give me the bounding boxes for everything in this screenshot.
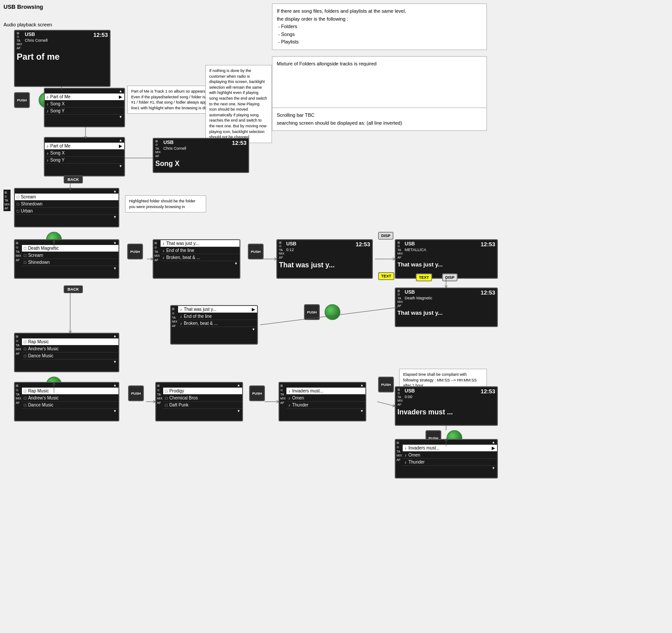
push-button-6[interactable]: PUSH xyxy=(249,385,265,401)
screen-prodigy: ⊞⊙TAMIXAF ▲ □ Prodigy □ Chemical Bros □ … xyxy=(155,382,243,421)
big-title-1: Part of me xyxy=(15,51,110,64)
screen-header-metallica: ⊞ ⊙ TA MIX AF USB 12:53 METALLICA xyxy=(396,240,497,260)
left-icons-folders: ⊞⊙TAMIXAF xyxy=(4,190,11,211)
screen-list-2: ▲ ♪ Part of Me ▶ ♪ Song X ♪ Song Y ▼ xyxy=(44,137,125,176)
list-item-urban: □ Urban xyxy=(15,208,118,215)
list-item-chemical-bros: □ Chemical Bros xyxy=(163,395,242,402)
info-text-1: If there are song files, folders and pla… xyxy=(277,8,406,44)
list-item-song-x-2: ♪ Song X xyxy=(45,150,124,157)
push-button-7[interactable]: PUSH xyxy=(378,377,394,392)
folder-icon-scream-2: □ xyxy=(24,253,26,258)
list-item-song-x-1: ♪ Song X xyxy=(45,101,124,108)
screen-header-1: ⊞ ⊙ TA MIX AF USB 12:53 Chris Cornell xyxy=(15,31,110,51)
list-item-broken-1: ♪ Broken, beat & ... xyxy=(161,254,239,261)
screen-list-1: ▲ ♪ Part of Me ▶ ♪ Song X ♪ Song Y ▼ xyxy=(44,88,125,127)
list-item-dance-1: □ Dance Music xyxy=(22,352,118,360)
list-item-part-of-me-1: ♪ Part of Me ▶ xyxy=(45,94,124,101)
left-icons-songx: ⊞ ⊙ TA MIX AF xyxy=(155,140,161,158)
artist-songx: Chris Cornell xyxy=(163,146,247,151)
title-invaders-play: Invaders must ... xyxy=(396,407,497,418)
screen-header-thatwas-play: ⊞ ⊙ TA MIX AF USB 12:53 0:12 xyxy=(277,240,372,260)
folder-icon-scream: □ xyxy=(17,195,19,199)
screen-song-x: ⊞ ⊙ TA MIX AF USB 12:53 Chris Cornell So… xyxy=(153,138,249,173)
source-label-1: USB xyxy=(25,32,35,38)
list-item-omen-1: ♪ Omen xyxy=(286,395,365,402)
disp-button-1[interactable]: DISP xyxy=(378,232,393,240)
time-label-1: 12:53 xyxy=(93,32,108,38)
page-title: USB Browsing xyxy=(4,4,43,10)
folder-icon-shinedown-2: □ xyxy=(24,260,26,265)
screen-invaders-play: ⊞ ⊙ TA MIX AF USB 12:53 0:00 Invaders mu… xyxy=(395,386,498,426)
list-item-invaders-2: ♪ Invaders must... ▶ xyxy=(403,445,497,452)
list-item-song-y-2: ♪ Song Y xyxy=(45,157,124,164)
push-button-2[interactable]: PUSH xyxy=(127,244,143,259)
list-item-andrews-1: □ Andrew's Music xyxy=(22,345,118,352)
disp-button-2[interactable]: DISP xyxy=(442,273,458,281)
screen-thatwas-play: ⊞ ⊙ TA MIX AF USB 12:53 0:12 That was ju… xyxy=(276,239,373,279)
callout-elapsed-text: Elapsed time shall be compliant with fol… xyxy=(403,372,477,388)
list-item-invaders-1: ♪ Invaders must... xyxy=(286,388,365,395)
screen-thatwas-list-2: ⊞⊙TAMIXAF ♪ That was just y... ▶ ♪ End o… xyxy=(170,305,258,345)
push-button-3[interactable]: PUSH xyxy=(248,244,264,259)
note-icon-2: ♪ xyxy=(46,102,49,106)
note-icon-4: ♪ xyxy=(46,144,49,148)
screen-rap-2: ⊞⊙TAMIXAF ▲ □ Rap Music □ Andrew's Music… xyxy=(14,382,119,421)
screen-invaders-2: ⊞⊙TAMIXAF ▲ ♪ Invaders must... ▶ ♪ Omen … xyxy=(395,439,498,478)
push-button-4[interactable]: PUSH xyxy=(304,304,320,320)
push-button-1[interactable]: PUSH xyxy=(14,92,30,108)
folder-icon-shinedown-1: □ xyxy=(17,202,19,206)
push-button-5[interactable]: PUSH xyxy=(128,385,144,401)
callout-text-2: If nothing is done by the customer when … xyxy=(209,68,267,139)
left-icons-deathmag: ⊞ ⊙ TA MIX AF xyxy=(397,289,403,308)
info-box-display-order: If there are song files, folders and pla… xyxy=(272,4,487,50)
list-item-rap-2: □ Rap Music xyxy=(22,388,118,395)
list-item-dance-2: □ Dance Music xyxy=(22,402,118,409)
list-item-thunder-2: ♪ Thunder xyxy=(403,459,497,466)
list-item-thunder-1: ♪ Thunder xyxy=(286,402,365,409)
list-item-daft-punk: □ Daft Punk xyxy=(163,402,242,409)
title-metallica: That was just y... xyxy=(396,260,497,270)
scrolling-text: Scrolling bar TBCsearching screen should… xyxy=(277,112,402,126)
note-icon-thatwas-1: ♪ xyxy=(162,241,164,246)
screen-usb-main: ⊞ ⊙ TA MIX AF USB 12:53 Chris Cornell Pa… xyxy=(14,30,111,87)
time-songx: 12:53 xyxy=(232,140,247,146)
screen-thatwas-list-1: ⊞⊙TAMIXAF ♪ That was just y... ♪ End of … xyxy=(153,239,240,279)
list-item-thatwas-1: ♪ That was just y... xyxy=(161,240,239,247)
screen-folders-1: ▲ □ Scream □ Shinedown □ Urban ▼ xyxy=(14,188,119,227)
callout-text-3: Highlighted folder should be the folder … xyxy=(129,199,196,209)
title-thatwas-play: That was just y... xyxy=(277,260,372,271)
knob-3[interactable] xyxy=(325,304,340,320)
back-button-2[interactable]: BACK xyxy=(64,285,83,293)
list-item-death-magnetic: □ Death Magnetic xyxy=(22,245,118,252)
screen-death-magnetic: ⊞⊙TAMIXAF ▲ □ Death Magnetic □ Scream □ … xyxy=(14,239,119,279)
left-icons-invaders-play: ⊞ ⊙ TA MIX AF xyxy=(397,388,403,406)
list-item-thatwas-2: ♪ That was just y... ▶ xyxy=(178,306,257,313)
screen-invaders-1: ⊞⊙TAMIXAF ▲ ♪ Invaders must... ♪ Omen ♪ … xyxy=(279,382,366,421)
list-item-eol-2: ♪ End of the line xyxy=(178,313,257,320)
page-subtitle: Audio playback screen xyxy=(4,22,52,27)
list-item-shinedown-1: □ Shinedown xyxy=(15,201,118,208)
list-item-prodigy: □ Prodigy xyxy=(163,388,242,395)
left-icons-1: ⊞ ⊙ TA MIX AF xyxy=(17,32,22,50)
mixture-text: Mixture of Folders allongside tracks is … xyxy=(277,61,376,66)
info-box-scrolling: Scrolling bar TBCsearching screen should… xyxy=(272,108,487,131)
back-button-1[interactable]: BACK xyxy=(64,176,83,183)
screen-header-invaders-play: ⊞ ⊙ TA MIX AF USB 12:53 0:00 xyxy=(396,387,497,407)
folder-icon-urban: □ xyxy=(17,209,19,213)
callout-backlight: If nothing is done by the customer when … xyxy=(205,65,272,143)
screen-header-deathmag: ⊞ ⊙ TA MIX AF USB 12:53 Death Magnetic xyxy=(396,288,497,309)
artist-label-1: Chris Cornell xyxy=(25,38,108,43)
list-item-eol-1: ♪ End of the line xyxy=(161,247,239,254)
text-button-1[interactable]: TEXT xyxy=(378,272,394,280)
callout-highlighted-folder: Highlighted folder should be the folder … xyxy=(125,195,206,212)
screen-thatwas-deathmag: ⊞ ⊙ TA MIX AF USB 12:53 Death Magnetic T… xyxy=(395,288,498,327)
note-icon-5: ♪ xyxy=(46,151,49,155)
screen-thatwas-metallica: ⊞ ⊙ TA MIX AF USB 12:53 METALLICA That w… xyxy=(395,239,498,279)
screen-rap-1: ⊞⊙TAMIXAF ▲ □ Rap Music □ Andrew's Music… xyxy=(14,333,119,372)
list-item-andrews-2: □ Andrew's Music xyxy=(22,395,118,402)
svg-line-14 xyxy=(377,402,395,406)
list-item-scream: □ Scream xyxy=(15,194,118,201)
text-button-2[interactable]: TEXT xyxy=(416,273,432,281)
list-item-song-y-1: ♪ Song Y xyxy=(45,108,124,115)
title-songx: Song X xyxy=(154,159,248,169)
